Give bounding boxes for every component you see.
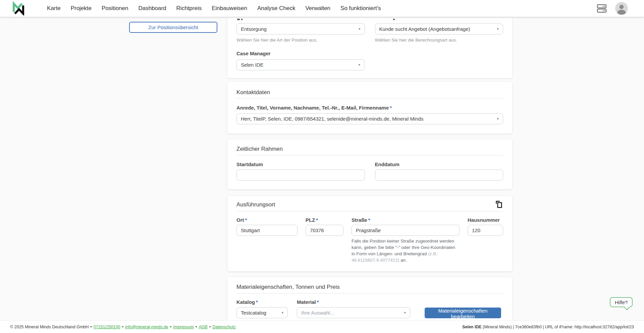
mineral-minds-logo-icon[interactable] xyxy=(11,1,25,17)
kontaktdaten-title: Kontaktdaten xyxy=(236,82,503,96)
material-label-text: Material xyxy=(297,299,316,305)
chevron-down-icon: ▾ xyxy=(359,27,361,31)
strasse-note-text: Falls die Position keiner Straße zugeord… xyxy=(352,239,455,256)
nav-item-einbauweisen[interactable]: Einbauweisen xyxy=(212,5,247,12)
footer-copyright: © 2025 Mineral Minds Deutschland GmbH xyxy=(10,325,89,329)
katalog-label: Katalog* xyxy=(236,299,288,305)
zeitraum-title: Zeitlicher Rahmen xyxy=(236,139,503,152)
position-settings-card: Entsorgung ▾ Kunde sucht Angebot (Angebo… xyxy=(227,17,512,78)
edit-material-properties-button[interactable]: Materialeigenschaften bearbeiten xyxy=(425,308,501,318)
nav-menu: Karte Projekte Positionen Dashboard Rich… xyxy=(47,0,381,17)
case-manager-select[interactable]: Selen IDE ▾ xyxy=(236,59,365,70)
kontaktdaten-card: Kontaktdaten Anrede, Titel, Vorname, Nac… xyxy=(227,82,512,134)
kontakt-field-label-text: Anrede, Titel, Vorname, Nachname, Tel.-N… xyxy=(236,105,389,111)
required-asterisk: * xyxy=(368,217,370,223)
position-type-select[interactable]: Entsorgung ▾ xyxy=(236,23,365,35)
strasse-input[interactable] xyxy=(352,225,460,236)
user-avatar-icon[interactable] xyxy=(615,2,628,15)
chevron-down-icon: ▾ xyxy=(497,117,499,121)
enddatum-label: Enddatum xyxy=(375,161,503,167)
footer-left: © 2025 Mineral Minds Deutschland GmbH•07… xyxy=(10,325,236,329)
back-to-positions-button[interactable]: Zur Positionsübersicht xyxy=(129,22,217,33)
chevron-down-icon: ▾ xyxy=(358,63,360,67)
server-stack-icon[interactable] xyxy=(596,3,607,13)
nav-item-projekte[interactable]: Projekte xyxy=(71,5,92,12)
kontakt-field-label: Anrede, Titel, Vorname, Nachname, Tel.-N… xyxy=(236,105,503,111)
nav-right-icons xyxy=(596,0,628,17)
required-asterisk: * xyxy=(256,299,258,305)
nav-item-verwalten[interactable]: Verwalten xyxy=(305,5,330,12)
hausnummer-label: Hausnummer xyxy=(468,217,503,223)
footer-link-impressum[interactable]: Impressum xyxy=(173,325,194,329)
required-asterisk: * xyxy=(245,217,247,223)
footer-separator: • xyxy=(196,325,197,329)
footer-session-details: (Mineral Minds) | 7ce360e83fb0 | URL of … xyxy=(482,325,634,329)
case-manager-label: Case Manager xyxy=(236,51,503,56)
help-button[interactable]: Hilfe? xyxy=(610,297,633,307)
strasse-note-suffix: an. xyxy=(399,258,407,263)
katalog-select[interactable]: Testcatalog ▾ xyxy=(236,307,288,318)
enddatum-input[interactable] xyxy=(375,170,503,181)
footer-link-datenschutz[interactable]: Datenschutz xyxy=(212,325,235,329)
footer-link-agb[interactable]: AGB xyxy=(199,325,207,329)
kontakt-select[interactable]: Herr, TitelP, Selen, IDE, 0987/654321, s… xyxy=(236,113,503,124)
required-asterisk: * xyxy=(316,217,318,223)
nav-item-positionen[interactable]: Positionen xyxy=(102,5,128,12)
katalog-value: Testcatalog xyxy=(241,310,266,316)
strasse-label-text: Straße xyxy=(352,217,367,223)
footer-session-info: Selen IDE (Mineral Minds) | 7ce360e83fb0… xyxy=(462,325,634,329)
ausfuehrungsort-title: Ausführungsort xyxy=(236,201,275,208)
nav-item-dashboard[interactable]: Dashboard xyxy=(138,5,166,12)
chevron-down-icon: ▾ xyxy=(497,27,499,31)
nav-item-so-funktionierts[interactable]: So funktioniert's xyxy=(340,5,381,12)
chevron-down-icon: ▾ xyxy=(404,311,406,315)
clipped-label-remnant xyxy=(241,19,243,20)
clipped-label-remnant xyxy=(237,19,240,20)
material-title: Materialeigenschaften, Tonnen und Preis xyxy=(236,277,503,290)
help-button-label: Hilfe? xyxy=(615,299,628,305)
berechnungsart-select[interactable]: Kunde sucht Angebot (Angebotsanfrage) ▾ xyxy=(375,23,503,35)
berechnungsart-value: Kunde sucht Angebot (Angebotsanfrage) xyxy=(379,26,470,32)
plz-label-text: PLZ xyxy=(306,217,315,223)
strasse-note: Falls die Position keiner Straße zugeord… xyxy=(352,238,460,264)
required-asterisk: * xyxy=(390,105,392,111)
page: Karte Projekte Positionen Dashboard Rich… xyxy=(0,0,644,333)
hausnummer-input[interactable] xyxy=(468,225,503,236)
required-asterisk: * xyxy=(317,299,319,305)
material-select[interactable]: Ihre Auswahl... ▾ xyxy=(297,307,410,318)
nav-item-karte[interactable]: Karte xyxy=(47,5,61,12)
footer-link-email[interactable]: info@mineral-minds.de xyxy=(125,325,168,329)
position-type-value: Entsorgung xyxy=(241,26,267,32)
kontakt-value: Herr, TitelP, Selen, IDE, 0987/654321, s… xyxy=(241,116,423,122)
startdatum-input[interactable] xyxy=(236,170,365,181)
top-nav: Karte Projekte Positionen Dashboard Rich… xyxy=(0,0,644,17)
ausfuehrungsort-card: Ausführungsort Ort* PLZ* Straße* Hausnum… xyxy=(227,196,512,271)
divider xyxy=(236,98,503,98)
material-label: Material* xyxy=(297,299,410,305)
clipped-label-remnant xyxy=(393,19,395,20)
position-type-help: Wählen Sie hier die Art der Position aus… xyxy=(236,38,365,43)
chevron-down-icon: ▾ xyxy=(281,311,283,315)
berechnungsart-help: Wählen Sie hier die Berechnungsart aus. xyxy=(375,38,503,43)
nav-item-analyse-check[interactable]: Analyse Check xyxy=(257,5,295,12)
zeitlicher-rahmen-card: Zeitlicher Rahmen Startdatum Enddatum xyxy=(227,139,512,189)
ort-label: Ort* xyxy=(236,217,298,223)
plz-input[interactable] xyxy=(306,225,343,236)
footer-separator: • xyxy=(122,325,123,329)
katalog-label-text: Katalog xyxy=(236,299,255,305)
footer-separator: • xyxy=(90,325,92,329)
strasse-label: Straße* xyxy=(352,217,460,223)
nav-item-richtpreis[interactable]: Richtpreis xyxy=(176,5,202,12)
startdatum-label: Startdatum xyxy=(236,161,365,167)
footer-link-phone[interactable]: 07151/250100 xyxy=(94,325,120,329)
footer-separator: • xyxy=(209,325,211,329)
ort-input[interactable] xyxy=(236,225,298,236)
material-placeholder: Ihre Auswahl... xyxy=(301,310,334,316)
ort-label-text: Ort xyxy=(236,217,244,223)
footer-user-name: Selen IDE xyxy=(462,325,482,329)
footer-separator: • xyxy=(170,325,171,329)
copy-icon[interactable] xyxy=(495,200,503,209)
footer: © 2025 Mineral Minds Deutschland GmbH•07… xyxy=(0,320,644,333)
case-manager-value: Selen IDE xyxy=(241,62,264,68)
plz-label: PLZ* xyxy=(306,217,343,223)
